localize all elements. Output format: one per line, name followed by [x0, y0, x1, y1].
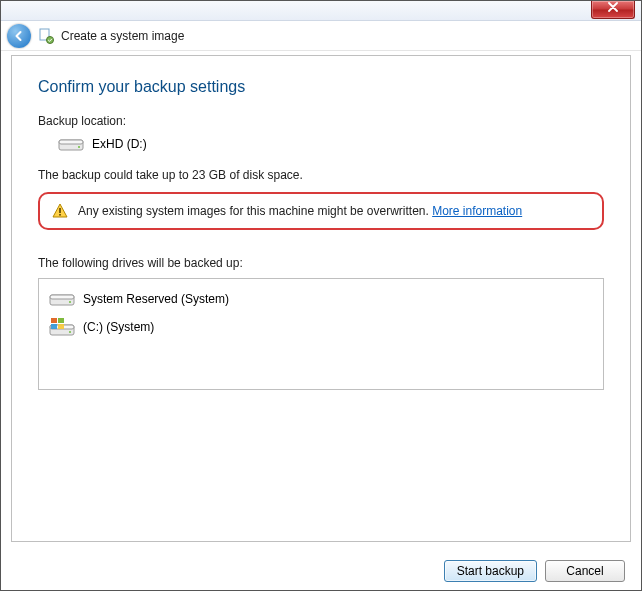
svg-rect-8 — [50, 295, 74, 299]
cancel-button[interactable]: Cancel — [545, 560, 625, 582]
hard-drive-icon — [49, 289, 75, 309]
hard-drive-icon — [58, 136, 84, 152]
svg-rect-5 — [59, 208, 61, 213]
window-title: Create a system image — [61, 29, 184, 43]
drives-label: The following drives will be backed up: — [38, 256, 604, 270]
back-arrow-icon — [12, 29, 26, 43]
svg-rect-16 — [58, 324, 64, 329]
close-button[interactable] — [591, 1, 635, 19]
warning-message: Any existing system images for this mach… — [78, 204, 522, 218]
backup-location-label: Backup location: — [38, 114, 604, 128]
disk-space-text: The backup could take up to 23 GB of dis… — [38, 168, 604, 182]
drive-name: (C:) (System) — [83, 320, 154, 334]
svg-rect-13 — [51, 318, 57, 323]
page-heading: Confirm your backup settings — [38, 78, 604, 96]
backup-location-value: ExHD (D:) — [92, 137, 147, 151]
content-panel: Confirm your backup settings Backup loca… — [11, 55, 631, 542]
svg-rect-6 — [59, 214, 61, 216]
svg-point-9 — [69, 301, 71, 303]
windows-drive-icon — [49, 317, 75, 337]
svg-point-1 — [47, 36, 54, 43]
svg-rect-3 — [59, 140, 83, 144]
titlebar — [1, 1, 641, 21]
footer: Start backup Cancel — [11, 554, 631, 582]
warning-icon — [52, 203, 68, 219]
start-backup-button[interactable]: Start backup — [444, 560, 537, 582]
list-item: System Reserved (System) — [47, 285, 595, 313]
warning-box: Any existing system images for this mach… — [38, 192, 604, 230]
drive-name: System Reserved (System) — [83, 292, 229, 306]
nav-row: Create a system image — [1, 21, 641, 51]
list-item: (C:) (System) — [47, 313, 595, 341]
warning-text: Any existing system images for this mach… — [78, 204, 432, 218]
close-icon — [608, 2, 618, 12]
wizard-icon — [37, 27, 55, 45]
svg-point-4 — [78, 146, 80, 148]
back-button[interactable] — [7, 24, 31, 48]
drives-listbox: System Reserved (System) (C:) (System) — [38, 278, 604, 390]
svg-rect-15 — [51, 324, 57, 329]
backup-location-row: ExHD (D:) — [38, 136, 604, 152]
more-information-link[interactable]: More information — [432, 204, 522, 218]
svg-point-12 — [69, 331, 71, 333]
svg-rect-14 — [58, 318, 64, 323]
